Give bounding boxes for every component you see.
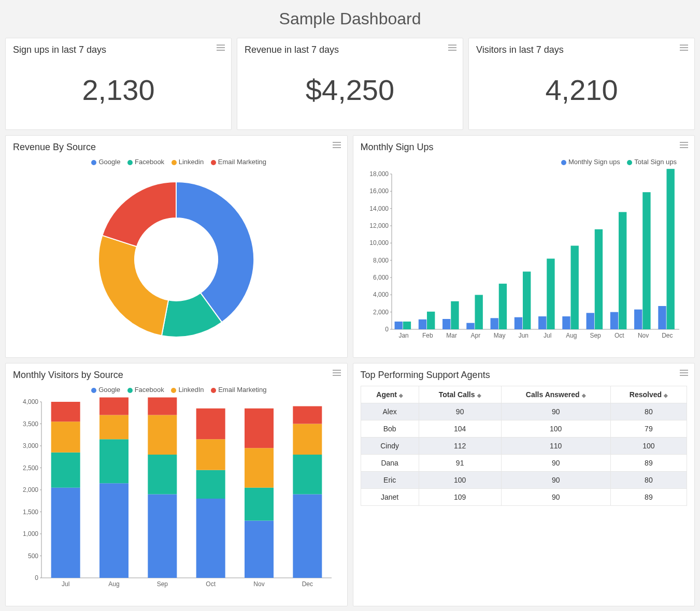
table-cell: Janet [361,489,419,506]
table-row: Cindy112110100 [361,438,687,455]
kpi-value: $4,250 [245,61,455,123]
table-cell: 90 [501,403,610,420]
chart-title: Monthly Visitors by Source [13,370,340,381]
table-cell: 90 [419,403,501,420]
table-cell: Eric [361,472,419,489]
svg-rect-81 [51,402,80,421]
table-cell: Dana [361,455,419,472]
svg-text:14,000: 14,000 [369,205,389,212]
menu-icon[interactable] [333,142,341,148]
table-cell: 80 [610,472,687,489]
svg-text:0: 0 [35,574,39,581]
legend-item: Google [98,386,120,394]
table-cell: 79 [610,420,687,438]
svg-rect-95 [196,439,225,470]
svg-text:10,000: 10,000 [369,239,389,246]
sort-icon: ◆ [477,392,481,398]
svg-rect-104 [293,455,322,494]
grouped-bar-chart: 02,0004,0006,0008,00010,00012,00014,0001… [363,169,684,345]
table-header[interactable]: Resolved◆ [610,386,687,403]
svg-text:3,000: 3,000 [23,442,38,449]
menu-icon[interactable] [680,370,688,376]
legend-item: Linkedin [179,158,204,166]
legend-item: Monthly Sign ups [568,158,620,166]
table-cell: Alex [361,403,419,420]
donut-chart [78,169,275,345]
kpi-label: Sign ups in last 7 days [13,45,224,55]
legend-item: Facebook [135,386,164,394]
menu-icon[interactable] [680,45,688,51]
svg-text:500: 500 [28,552,38,560]
svg-rect-23 [403,322,410,329]
svg-rect-79 [51,453,80,488]
table-cell: 110 [501,438,610,455]
table-header[interactable]: Agent◆ [361,386,419,403]
svg-text:Feb: Feb [422,332,433,339]
svg-rect-88 [148,494,177,578]
svg-rect-53 [642,192,650,329]
svg-text:1,500: 1,500 [23,508,38,516]
svg-text:Dec: Dec [662,332,673,339]
menu-icon[interactable] [333,370,341,376]
svg-rect-38 [523,272,531,330]
table-header[interactable]: Calls Answered◆ [501,386,610,403]
svg-rect-32 [475,295,482,330]
svg-rect-94 [196,470,225,499]
svg-rect-47 [594,229,602,329]
legend-item: Facebook [135,158,164,166]
table-cell: 89 [610,489,687,506]
svg-rect-99 [245,488,274,521]
menu-icon[interactable] [680,142,688,148]
svg-rect-93 [196,499,225,578]
table-cell: 109 [419,489,501,506]
table-header[interactable]: Total Calls◆ [419,386,501,403]
table-row: Bob10410079 [361,420,687,438]
kpi-value: 4,210 [476,61,687,123]
svg-rect-84 [99,439,128,483]
table-title: Top Performing Support Agents [361,370,688,381]
svg-rect-86 [99,398,128,415]
legend-item: Email Marketing [218,158,266,166]
svg-text:Mar: Mar [446,332,457,339]
svg-rect-83 [99,483,128,578]
svg-rect-101 [245,409,274,448]
table-row: Eric1009080 [361,472,687,489]
table-cell: 90 [501,455,610,472]
svg-rect-41 [547,259,554,330]
svg-text:Jul: Jul [62,580,69,588]
svg-rect-34 [490,318,498,329]
menu-icon[interactable] [217,45,225,51]
svg-rect-106 [293,406,322,424]
table-cell: 90 [501,489,610,506]
svg-text:Nov: Nov [638,332,649,339]
svg-text:Nov: Nov [254,580,265,588]
svg-rect-90 [148,415,177,455]
table-cell: 104 [419,420,501,438]
svg-rect-26 [427,312,435,329]
svg-rect-22 [394,322,402,329]
svg-rect-80 [51,421,80,453]
svg-text:2,000: 2,000 [23,486,38,493]
svg-rect-98 [245,521,274,578]
stacked-bar-chart: 05001,0001,5002,0002,5003,0003,5004,000J… [16,397,337,593]
sort-icon: ◆ [664,392,668,398]
sort-icon: ◆ [399,392,403,398]
sort-icon: ◆ [582,392,586,398]
kpi-card-revenue: Revenue in last 7 days $4,250 [237,38,463,130]
table-row: Alex909080 [361,403,687,420]
svg-text:Sep: Sep [590,332,601,339]
kpi-label: Revenue in last 7 days [245,45,455,55]
svg-rect-40 [538,316,546,329]
svg-rect-100 [245,448,274,488]
svg-text:4,000: 4,000 [23,398,38,405]
svg-text:Oct: Oct [615,332,624,339]
chart-legend: Google Facebook LinkedIn Email Marketing [13,386,340,394]
svg-text:Dec: Dec [302,580,313,588]
svg-rect-89 [148,455,177,494]
table-cell: 100 [419,472,501,489]
chart-title: Monthly Sign Ups [361,142,688,153]
legend-item: LinkedIn [178,386,204,394]
page-title: Sample Dashboard [5,5,695,38]
menu-icon[interactable] [448,45,456,51]
svg-rect-78 [51,488,80,578]
